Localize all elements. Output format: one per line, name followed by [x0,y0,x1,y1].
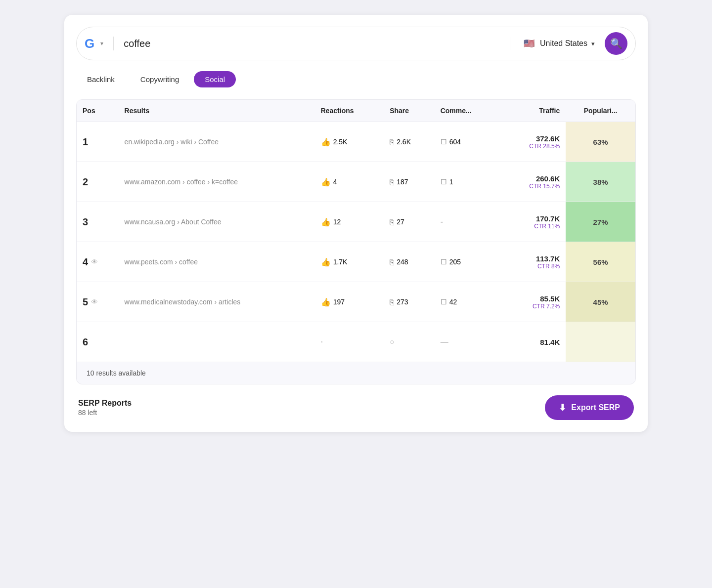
share-cell: ⎘ 273 [384,282,435,322]
col-share: Share [384,100,435,122]
serp-table: Pos Results Reactions Share Comme... Tra… [77,100,635,362]
search-input[interactable] [124,38,498,49]
export-label: Export SERP [571,403,620,412]
country-name: United States [540,39,587,48]
traffic-cell: 113.7K CTR 8% [500,242,566,282]
popularity-cell [566,322,635,362]
pos-cell: 3 [77,202,119,242]
table-header-row: Pos Results Reactions Share Comme... Tra… [77,100,635,122]
comment-icon: ☐ [441,138,447,146]
main-container: G ▾ 🇺🇸 United States ▾ 🔍 Backlink Copywr… [64,15,648,432]
result-cell[interactable] [119,322,315,362]
comment-cell: - [435,202,501,242]
export-serp-button[interactable]: ⬇ Export SERP [545,395,634,420]
share-icon: ⎘ [390,138,394,146]
share-icon: ⎘ [390,298,394,306]
footer: SERP Reports 88 left ⬇ Export SERP [76,395,636,420]
comment-cell: ☐ 42 [435,282,501,322]
serp-info: SERP Reports 88 left [78,399,132,417]
share-cell: ⎘ 27 [384,202,435,242]
comment-icon: ☐ [441,178,447,186]
traffic-cell: 85.5K CTR 7.2% [500,282,566,322]
reaction-cell: 👍 12 [315,202,384,242]
reaction-cell: 👍 4 [315,162,384,202]
like-icon: 👍 [321,217,331,227]
results-count: 10 results available [77,362,635,384]
table-row: 2 www.amazon.com › coffee › k=coffee 👍 4… [77,162,635,202]
result-cell[interactable]: www.medicalnewstoday.com › articles [119,282,315,322]
result-cell[interactable]: www.amazon.com › coffee › k=coffee [119,162,315,202]
popularity-cell: 38% [566,162,635,202]
export-icon: ⬇ [559,402,566,413]
pos-cell: 6 [77,322,119,362]
google-dropdown-arrow[interactable]: ▾ [100,40,103,47]
pos-cell: 5 👁 [77,282,119,322]
reaction-value: 12 [333,218,341,226]
share-cell: ○ [384,322,435,362]
traffic-cell: 260.6K CTR 15.7% [500,162,566,202]
reaction-cell: 👍 197 [315,282,384,322]
comment-dash: - [441,217,443,226]
like-icon: 👍 [321,257,331,267]
reaction-cell: · [315,322,384,362]
pos-cell: 2 [77,162,119,202]
table-row: 1 en.wikipedia.org › wiki › Coffee 👍 2.5… [77,122,635,162]
result-cell[interactable]: en.wikipedia.org › wiki › Coffee [119,122,315,162]
comment-icon: ☐ [441,298,447,306]
result-cell[interactable]: www.peets.com › coffee [119,242,315,282]
serp-title: SERP Reports [78,399,132,408]
search-divider-left [113,37,114,50]
eye-off-icon: 👁 [91,258,98,266]
share-cell: ⎘ 2.6K [384,122,435,162]
comment-value: 205 [449,258,461,266]
col-popularity: Populari... [566,100,635,122]
share-icon: ⎘ [390,178,394,186]
comment-value: 42 [449,298,457,306]
share-value: 248 [397,258,408,266]
comment-cell: ☐ 205 [435,242,501,282]
search-divider-right [510,37,510,50]
popularity-cell: 63% [566,122,635,162]
reaction-cell: 👍 1.7K [315,242,384,282]
col-traffic: Traffic [500,100,566,122]
col-pos: Pos [77,100,119,122]
pos-cell: 4 👁 [77,242,119,282]
popularity-cell: 27% [566,202,635,242]
reaction-cell: 👍 2.5K [315,122,384,162]
serp-subtitle: 88 left [78,409,132,417]
reaction-value: 2.5K [333,138,348,146]
share-icon: ⎘ [390,258,394,266]
pos-cell: 1 [77,122,119,162]
share-value: 187 [397,178,408,186]
like-icon: 👍 [321,297,331,307]
comment-cell: ☐ 604 [435,122,501,162]
table-row: 3 www.ncausa.org › About Coffee 👍 12 ⎘ 2… [77,202,635,242]
col-reactions[interactable]: Reactions [315,100,384,122]
country-selector[interactable]: 🇺🇸 United States ▾ [522,37,595,50]
comment-cell: — [435,322,501,362]
country-flag: 🇺🇸 [522,37,536,50]
traffic-cell: 372.6K CTR 28.5% [500,122,566,162]
share-cell: ⎘ 248 [384,242,435,282]
tab-backlink[interactable]: Backlink [76,71,126,87]
share-icon: ⎘ [390,218,394,226]
reaction-value: 1.7K [333,258,348,266]
share-cell: ⎘ 187 [384,162,435,202]
share-value: 2.6K [397,138,411,146]
comment-value: 1 [449,178,453,186]
like-icon: 👍 [321,177,331,187]
col-comments: Comme... [435,100,501,122]
comment-value: 604 [449,138,461,146]
tab-social[interactable]: Social [194,71,236,87]
results-table: Pos Results Reactions Share Comme... Tra… [76,99,636,384]
search-bar: G ▾ 🇺🇸 United States ▾ 🔍 [76,27,636,60]
search-button[interactable]: 🔍 [605,32,627,55]
result-cell[interactable]: www.ncausa.org › About Coffee [119,202,315,242]
traffic-cell: 81.4K [500,322,566,362]
comment-cell: ☐ 1 [435,162,501,202]
col-results: Results [119,100,315,122]
share-value: 27 [397,218,404,226]
table-row: 5 👁 www.medicalnewstoday.com › articles … [77,282,635,322]
eye-off-icon: 👁 [91,298,98,306]
tab-copywriting[interactable]: Copywriting [130,71,190,87]
